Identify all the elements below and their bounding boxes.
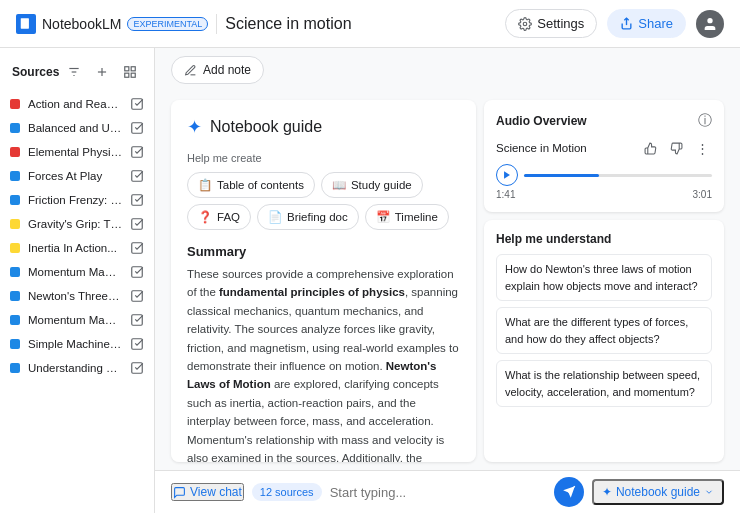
- question-item[interactable]: What is the relationship between speed, …: [496, 360, 712, 407]
- source-item[interactable]: Elemental Physics, Third...: [0, 140, 154, 164]
- source-dot: [10, 363, 20, 373]
- send-button[interactable]: [554, 477, 584, 507]
- filter-button[interactable]: [62, 60, 86, 84]
- svg-rect-19: [132, 171, 143, 182]
- source-dot: [10, 291, 20, 301]
- audio-track-name: Science in Motion: [496, 142, 587, 154]
- time-row: 1:41 3:01: [496, 189, 712, 200]
- svg-rect-27: [132, 363, 143, 374]
- chat-input[interactable]: [330, 485, 546, 500]
- action-button[interactable]: ❓FAQ: [187, 204, 251, 230]
- source-check-icon: [130, 97, 144, 111]
- notebook-guide-button[interactable]: ✦ Notebook guide: [592, 479, 724, 505]
- source-dot: [10, 195, 20, 205]
- svg-point-6: [707, 18, 712, 23]
- source-label: Action and Reaction: [28, 98, 122, 110]
- source-label: Friction Frenzy: Explorin...: [28, 194, 122, 206]
- share-label: Share: [638, 16, 673, 31]
- action-button[interactable]: 📋Table of contents: [187, 172, 315, 198]
- action-icon: 📄: [268, 210, 282, 224]
- main-layout: Sources Action and Reaction Balanced and…: [0, 48, 740, 513]
- svg-rect-13: [131, 67, 135, 71]
- source-item[interactable]: Newton's Three Laws...: [0, 284, 154, 308]
- svg-rect-25: [132, 315, 143, 326]
- content-area: Add note ✦ Notebook guide Help me create…: [155, 48, 740, 513]
- svg-rect-23: [132, 267, 143, 278]
- source-check-icon: [130, 337, 144, 351]
- avatar-icon: [702, 16, 718, 32]
- source-item[interactable]: Inertia In Action...: [0, 236, 154, 260]
- source-item[interactable]: Momentum Mania: Inves...: [0, 260, 154, 284]
- help-create-label: Help me create: [187, 152, 460, 164]
- header-divider: [216, 14, 217, 34]
- source-item[interactable]: Understanding Speed, Ve...: [0, 356, 154, 380]
- share-button[interactable]: Share: [607, 9, 686, 38]
- progress-bar[interactable]: [524, 174, 712, 177]
- sparkle-icon: ✦: [187, 116, 202, 138]
- sources-count-badge[interactable]: 12 sources: [252, 483, 322, 501]
- source-dot: [10, 147, 20, 157]
- sidebar-menu-button[interactable]: [118, 60, 142, 84]
- audio-track-row: Science in Motion ⋮: [496, 138, 712, 158]
- svg-rect-20: [132, 195, 143, 206]
- svg-rect-14: [131, 73, 135, 77]
- header-left: NotebookLM EXPERIMENTAL Science in motio…: [16, 14, 352, 34]
- svg-marker-28: [504, 171, 510, 179]
- question-item[interactable]: How do Newton's three laws of motion exp…: [496, 254, 712, 301]
- source-check-icon: [130, 145, 144, 159]
- action-button[interactable]: 📄Briefing doc: [257, 204, 359, 230]
- action-icon: 📖: [332, 178, 346, 192]
- source-item[interactable]: Friction Frenzy: Explorin...: [0, 188, 154, 212]
- source-check-icon: [130, 241, 144, 255]
- thumbs-up-button[interactable]: [640, 138, 660, 158]
- help-understand-title: Help me understand: [496, 232, 712, 246]
- action-label: Study guide: [351, 179, 412, 191]
- view-chat-button[interactable]: View chat: [171, 483, 244, 501]
- play-button[interactable]: [496, 164, 518, 186]
- app-header: NotebookLM EXPERIMENTAL Science in motio…: [0, 0, 740, 48]
- source-item[interactable]: Simple Machines Make...: [0, 332, 154, 356]
- right-panel: Audio Overview ⓘ Science in Motion: [484, 100, 724, 462]
- source-check-icon: [130, 121, 144, 135]
- notebook-icon: [19, 17, 33, 31]
- avatar[interactable]: [696, 10, 724, 38]
- svg-rect-17: [132, 123, 143, 134]
- source-item[interactable]: Forces At Play: [0, 164, 154, 188]
- source-item[interactable]: Balanced and Unbalance...: [0, 116, 154, 140]
- source-item[interactable]: Momentum Mania: Inves...: [0, 308, 154, 332]
- svg-marker-30: [563, 486, 575, 498]
- sources-list: Action and Reaction Balanced and Unbalan…: [0, 92, 154, 380]
- content-header: Add note: [155, 48, 740, 92]
- summary-title: Summary: [187, 244, 460, 259]
- add-source-button[interactable]: [90, 60, 114, 84]
- add-icon: [95, 65, 109, 79]
- source-item[interactable]: Action and Reaction: [0, 92, 154, 116]
- settings-button[interactable]: Settings: [505, 9, 597, 38]
- source-dot: [10, 315, 20, 325]
- source-check-icon: [130, 289, 144, 303]
- sidebar-menu-icon: [123, 65, 137, 79]
- more-options-button[interactable]: ⋮: [692, 138, 712, 158]
- add-note-label: Add note: [203, 63, 251, 77]
- svg-rect-18: [132, 147, 143, 158]
- action-button[interactable]: 📖Study guide: [321, 172, 423, 198]
- question-item[interactable]: What are the different types of forces, …: [496, 307, 712, 354]
- source-item[interactable]: Gravity's Grip: The Force...: [0, 212, 154, 236]
- share-icon: [620, 17, 633, 30]
- source-check-icon: [130, 217, 144, 231]
- bottom-bar: View chat 12 sources ✦ Notebook guide: [155, 470, 740, 513]
- audio-overview-card: Audio Overview ⓘ Science in Motion: [484, 100, 724, 212]
- filter-icon: [67, 65, 81, 79]
- info-icon[interactable]: ⓘ: [698, 112, 712, 130]
- action-button[interactable]: 📅Timeline: [365, 204, 449, 230]
- page-title: Science in motion: [225, 15, 351, 33]
- play-icon: [502, 170, 512, 180]
- svg-rect-16: [132, 99, 143, 110]
- source-check-icon: [130, 361, 144, 375]
- chat-icon: [173, 486, 186, 499]
- source-label: Simple Machines Make...: [28, 338, 122, 350]
- source-label: Momentum Mania: Inves...: [28, 314, 122, 326]
- thumbs-down-button[interactable]: [666, 138, 686, 158]
- sidebar: Sources Action and Reaction Balanced and…: [0, 48, 155, 513]
- add-note-button[interactable]: Add note: [171, 56, 264, 84]
